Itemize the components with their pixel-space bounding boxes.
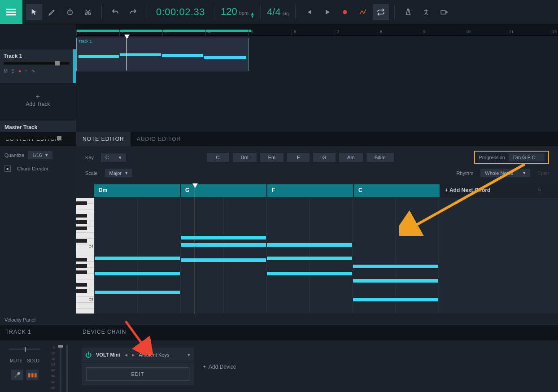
chevron-down-icon[interactable]: ▾ — [187, 352, 190, 358]
chord-g[interactable]: G — [313, 153, 336, 162]
tempo-spinner[interactable]: ▴▾ — [251, 12, 254, 17]
device-box[interactable]: ⏻ VOLT Mini ◂ ▸ Ambient Keys ▾ EDIT — [82, 348, 194, 385]
bottom-track-label: TRACK 1 — [0, 325, 76, 340]
track-record-arm-icon[interactable]: ● — [18, 68, 22, 74]
svg-rect-1 — [6, 11, 16, 13]
undo-button[interactable] — [107, 4, 123, 20]
timesig-control[interactable]: 4/4 sig — [262, 6, 293, 18]
scale-dropdown[interactable]: Major▾ — [105, 169, 133, 177]
quantize-label: Quantize — [4, 152, 24, 158]
chord-creator-checkbox[interactable] — [4, 166, 11, 172]
tuning-button[interactable] — [418, 4, 434, 20]
midi-note[interactable] — [353, 297, 439, 302]
record-button[interactable] — [337, 4, 353, 20]
device-power-icon[interactable]: ⏻ — [85, 351, 92, 358]
tab-audio-editor[interactable]: AUDIO EDITOR — [131, 132, 187, 146]
track-automation-icon[interactable]: ∿ — [31, 68, 35, 74]
solo-button[interactable]: SOLO — [27, 358, 39, 363]
add-next-chord[interactable]: + Add Next Chord — [440, 184, 495, 196]
rewind-button[interactable] — [301, 4, 317, 20]
roll-playhead[interactable] — [195, 184, 195, 314]
quantize-dropdown[interactable]: 1/16▾ — [28, 151, 52, 159]
device-chain-label: DEVICE CHAIN — [76, 325, 132, 340]
plus-icon: + — [0, 93, 76, 101]
track-solo[interactable]: S — [11, 68, 14, 74]
chord-bdim[interactable]: Bdim — [366, 153, 394, 162]
svg-point-6 — [343, 10, 347, 14]
track-header[interactable]: Track 1 M S ● ≡ ∿ — [0, 49, 76, 83]
midi-note[interactable] — [180, 243, 266, 247]
pan-slider[interactable] — [9, 348, 40, 350]
chord-am[interactable]: Am — [339, 153, 363, 162]
timer-tool[interactable] — [62, 4, 78, 20]
chevron-down-icon: ▾ — [125, 170, 128, 176]
pointer-tool[interactable] — [26, 4, 42, 20]
chord-dm[interactable]: Dm — [233, 153, 257, 162]
menu-button[interactable] — [0, 0, 22, 24]
automation-button[interactable] — [355, 4, 371, 20]
key-dropdown[interactable]: C▾ — [101, 153, 126, 162]
plus-icon: + — [203, 364, 206, 370]
midi-note[interactable] — [353, 279, 439, 283]
chevron-down-icon: ▾ — [45, 152, 48, 158]
chord-creator-label: Chord Creator — [17, 166, 48, 171]
playhead[interactable] — [126, 35, 127, 70]
export-button[interactable] — [436, 4, 452, 20]
rhythm-dropdown[interactable]: Whole Notes▾ — [480, 169, 530, 177]
midi-note[interactable] — [180, 258, 266, 262]
midi-note[interactable] — [180, 235, 266, 240]
metronome-button[interactable] — [400, 4, 416, 20]
midi-clip[interactable]: Track 1 — [76, 38, 248, 71]
preset-prev-icon[interactable]: ◂ — [125, 352, 127, 358]
chevron-down-icon: ▾ — [119, 155, 122, 161]
add-device-button[interactable]: + Add Device — [203, 364, 236, 370]
midi-note[interactable] — [353, 264, 439, 269]
chord-track[interactable]: Dm G F C + Add Next Chord 6 — [94, 184, 558, 198]
tempo-control[interactable]: 120 bpm ▴▾ — [216, 6, 258, 17]
track-instrument-icon[interactable]: ≡ — [25, 68, 27, 74]
svg-rect-0 — [6, 9, 16, 10]
chord-f[interactable]: F — [287, 153, 310, 162]
preset-next-icon[interactable]: ▸ — [132, 352, 135, 358]
chord-block-dm[interactable]: Dm — [94, 184, 180, 197]
chevron-down-icon: ▾ — [523, 170, 526, 176]
redo-button[interactable] — [125, 4, 141, 20]
midi-note[interactable] — [266, 256, 353, 261]
midi-note[interactable] — [266, 243, 353, 247]
chord-block-c[interactable]: C — [354, 184, 440, 197]
midi-note[interactable] — [94, 256, 180, 261]
record-arm-icon[interactable]: 🎤 — [11, 370, 23, 380]
midi-note[interactable] — [94, 271, 180, 276]
piano-roll-grid[interactable] — [94, 198, 558, 314]
loop-button[interactable] — [373, 4, 389, 20]
chord-block-f[interactable]: F — [267, 184, 353, 197]
add-track-button[interactable]: + Add Track — [0, 84, 76, 116]
timecode-display[interactable]: 0:00:02.33 — [149, 6, 212, 18]
progression-input[interactable]: Dm G F C — [509, 153, 545, 161]
instrument-icon[interactable]: ▮▮▮ — [26, 370, 39, 380]
chord-c[interactable]: C — [207, 153, 229, 162]
midi-note[interactable] — [94, 290, 180, 295]
device-edit-button[interactable]: EDIT — [86, 367, 189, 381]
cut-tool[interactable] — [80, 4, 96, 20]
play-button[interactable] — [319, 4, 335, 20]
track-volume-slider[interactable] — [4, 62, 70, 65]
mute-button[interactable]: MUTE — [10, 358, 22, 363]
velocity-panel-label: Velocity Panel — [0, 314, 76, 325]
volume-fader[interactable] — [60, 345, 61, 392]
track-mute[interactable]: M — [4, 68, 8, 74]
svg-rect-7 — [441, 11, 446, 14]
progression-box: Progression Dm G F C — [474, 151, 549, 164]
timeline-ruler[interactable]: 1 2 3 4 5 6 7 8 9 10 11 12 — [76, 30, 558, 36]
piano-keyboard[interactable]: C4 C3 — [76, 198, 94, 314]
chord-em[interactable]: Em — [260, 153, 284, 162]
svg-rect-2 — [6, 14, 16, 15]
midi-note[interactable] — [266, 271, 353, 276]
pencil-tool[interactable] — [44, 4, 60, 20]
tab-note-editor[interactable]: NOTE EDITOR — [76, 132, 131, 146]
